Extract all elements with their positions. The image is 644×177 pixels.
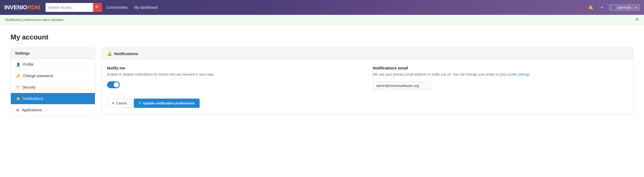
- navbar-links: Communities My dashboard: [106, 5, 582, 10]
- sidebar-item-change-password-label: Change password: [23, 74, 53, 78]
- sidebar-item-security[interactable]: 🛡 Security: [11, 82, 95, 93]
- plus-icon: ＋: [600, 4, 604, 11]
- sidebar-item-notifications-label: Notifications: [23, 96, 43, 101]
- sidebar-item-applications-label: Applications: [22, 108, 42, 112]
- panel-body: Notify me Enable or disable notification…: [102, 59, 633, 114]
- bell-icon: 🔔: [588, 5, 594, 10]
- my-dashboard-link[interactable]: My dashboard: [134, 5, 158, 10]
- user-icon: 👤: [612, 6, 616, 10]
- page-title: My account: [11, 33, 633, 41]
- user-label: admin@i...: [618, 6, 634, 10]
- navbar-search: 🔍: [45, 3, 102, 12]
- search-icon: 🔍: [95, 5, 100, 10]
- profile-icon: 👤: [16, 63, 20, 67]
- email-field: admin@inveniosoftware.org: [373, 81, 431, 90]
- notification-bar-message: Notification preferences were updated.: [5, 18, 64, 22]
- panel-header-icon: 🔔: [107, 51, 112, 56]
- sidebar-item-profile-label: Profile: [23, 62, 34, 67]
- brand-rdm: RDM: [27, 4, 40, 11]
- notifications-icon-button[interactable]: 🔔: [587, 3, 595, 12]
- notify-me-section: Notify me Enable or disable notification…: [107, 66, 362, 90]
- add-button[interactable]: ＋: [598, 3, 606, 12]
- panel-header-title: Notifications: [114, 51, 138, 56]
- panel-header: 🔔 Notifications: [102, 48, 633, 59]
- navbar: INVENIO RDM 🔍 Communities My dashboard 🔔…: [0, 0, 644, 15]
- sidebar-item-notifications[interactable]: 🔔 Notifications: [11, 93, 95, 104]
- search-input[interactable]: [45, 3, 93, 12]
- cancel-label: Cancel: [116, 101, 127, 105]
- navbar-brand[interactable]: INVENIO RDM: [4, 4, 40, 11]
- notify-me-description: Enable or disable notifications for even…: [107, 72, 362, 77]
- toggle-switch[interactable]: [107, 81, 120, 88]
- gear-icon: ⚙: [16, 108, 19, 112]
- sidebar-item-applications[interactable]: ⚙ Applications: [11, 104, 95, 116]
- chevron-down-icon: ▾: [636, 6, 637, 9]
- update-label: Update notification preferences: [143, 101, 195, 105]
- cancel-button[interactable]: ✕ Cancel: [107, 99, 131, 108]
- notifications-email-description: We use your primary email address to not…: [373, 72, 628, 77]
- search-button[interactable]: 🔍: [93, 3, 102, 12]
- update-icon: ✓: [139, 101, 141, 105]
- notification-bar-close[interactable]: ✕: [635, 17, 639, 22]
- page-content: My account Settings 👤 Profile 🔑 Change p…: [0, 25, 644, 124]
- sidebar: Settings 👤 Profile 🔑 Change password 🛡 S…: [11, 48, 95, 116]
- toggle-track: [107, 81, 120, 88]
- bell-sidebar-icon: 🔔: [16, 97, 20, 101]
- communities-link[interactable]: Communities: [106, 5, 128, 10]
- sidebar-item-security-label: Security: [22, 85, 36, 89]
- sidebar-item-profile[interactable]: 👤 Profile: [11, 59, 95, 70]
- action-buttons: ✕ Cancel ✓ Update notification preferenc…: [107, 99, 628, 108]
- main-panel: 🔔 Notifications Notify me Enable or disa…: [102, 48, 633, 114]
- notifications-email-title: Notifications email: [373, 66, 628, 70]
- profile-settings-link[interactable]: profile settings: [508, 72, 530, 76]
- cancel-icon: ✕: [112, 101, 114, 105]
- notify-me-title: Notify me: [107, 66, 362, 70]
- toggle-thumb: [114, 82, 119, 87]
- brand-invenio: INVENIO: [4, 4, 27, 11]
- notifications-email-section: Notifications email We use your primary …: [373, 66, 628, 90]
- shield-icon: 🛡: [16, 85, 20, 89]
- notify-grid: Notify me Enable or disable notification…: [107, 66, 628, 90]
- navbar-right: 🔔 ＋ 👤 admin@i... ▾: [587, 3, 640, 12]
- notifications-email-desc-prefix: We use your primary email address to not…: [373, 72, 508, 76]
- sidebar-item-change-password[interactable]: 🔑 Change password: [11, 70, 95, 82]
- update-button[interactable]: ✓ Update notification preferences: [134, 99, 199, 108]
- notification-bar: Notification preferences were updated. ✕: [0, 15, 644, 25]
- sidebar-header: Settings: [11, 48, 95, 59]
- key-icon: 🔑: [16, 74, 20, 78]
- user-menu-button[interactable]: 👤 admin@i... ▾: [609, 4, 640, 11]
- account-layout: Settings 👤 Profile 🔑 Change password 🛡 S…: [11, 48, 633, 116]
